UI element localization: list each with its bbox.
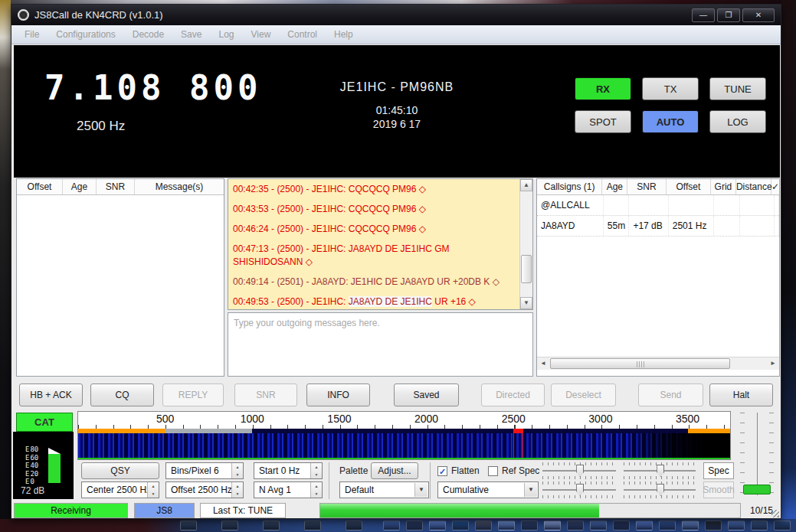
windows-taskbar[interactable]	[0, 519, 796, 532]
info-button[interactable]: INFO	[306, 383, 370, 406]
spectrum-mode-select[interactable]: Cumulative ▼	[437, 481, 539, 498]
taskbar-icon[interactable]	[728, 521, 745, 530]
rx-message-list[interactable]: 00:42:35 - (2500) - JE1IHC: CQCQCQ PM96 …	[228, 179, 519, 309]
checkbox-icon[interactable]	[488, 466, 498, 476]
scroll-down-icon[interactable]: ▼	[520, 297, 532, 309]
rx-message[interactable]: 00:46:24 - (2500) - JE1IHC: CQCQCQ PM96 …	[233, 223, 518, 236]
menu-save[interactable]: Save	[172, 29, 210, 40]
close-button[interactable]: ✕	[742, 8, 775, 22]
maximize-button[interactable]: ❐	[717, 8, 740, 22]
taskbar-icon[interactable]	[452, 521, 469, 530]
rx-scrollbar[interactable]: ▲ ▼	[519, 179, 532, 309]
rx-message[interactable]: 00:43:53 - (2500) - JE1IHC: CQCQCQ PM96 …	[233, 203, 518, 216]
bins-per-pixel-spinner[interactable]: Bins/Pixel 6 ▲▼	[165, 462, 244, 479]
scroll-left-icon[interactable]: ◄	[537, 357, 549, 370]
taskbar-icon[interactable]	[406, 521, 423, 530]
start-hz-spinner[interactable]: Start 0 Hz ▲▼	[254, 462, 323, 479]
taskbar-icon[interactable]	[304, 521, 321, 530]
slider-thumb[interactable]	[576, 465, 584, 477]
spinner-arrows-icon[interactable]: ▲▼	[310, 463, 322, 478]
taskbar-icon[interactable]	[567, 521, 584, 530]
rx-button[interactable]: RX	[575, 77, 631, 100]
taskbar-icon[interactable]	[613, 521, 630, 530]
menu-view[interactable]: View	[243, 29, 280, 40]
menu-decode[interactable]: Decode	[124, 29, 172, 40]
saved-button[interactable]: Saved	[394, 383, 459, 406]
taskbar-icon[interactable]	[521, 521, 538, 530]
taskbar-icon[interactable]	[383, 521, 400, 530]
minimize-button[interactable]: —	[692, 8, 715, 22]
taskbar-icon[interactable]	[636, 521, 653, 530]
menu-log[interactable]: Log	[210, 29, 242, 40]
spinner-arrows-icon[interactable]: ▲▼	[231, 482, 243, 498]
slider-thumb[interactable]	[657, 484, 664, 496]
ref-spec-checkbox[interactable]: Ref Spec	[488, 462, 539, 479]
auto-button[interactable]: AUTO	[642, 110, 699, 133]
menu-configurations[interactable]: Configurations	[47, 29, 123, 40]
call-activity-hscrollbar[interactable]: ◄ ►	[537, 357, 779, 370]
cat-status-button[interactable]: CAT	[16, 413, 73, 432]
scrollbar-thumb[interactable]	[521, 255, 532, 283]
spinner-arrows-icon[interactable]: ▲▼	[147, 482, 159, 498]
taskbar-icon[interactable]	[659, 521, 676, 530]
center-hz-spinner[interactable]: Center 2500 Hz ▲▼	[81, 481, 159, 498]
log-button[interactable]: LOG	[709, 110, 766, 133]
taskbar-icon[interactable]	[590, 521, 607, 530]
call-activity-row[interactable]: @ALLCALL	[537, 195, 779, 216]
menu-help[interactable]: Help	[326, 29, 362, 40]
slider-thumb[interactable]	[657, 465, 664, 477]
taskbar-icon[interactable]	[751, 521, 768, 530]
waterfall-speed-slider[interactable]	[735, 411, 780, 498]
n-avg-spinner[interactable]: N Avg 1 ▲▼	[254, 481, 323, 498]
cq-button[interactable]: CQ	[90, 383, 154, 406]
scroll-right-icon[interactable]: ►	[767, 357, 779, 370]
waterfall-zero-slider[interactable]	[624, 462, 696, 479]
chevron-down-icon[interactable]: ▼	[524, 483, 537, 497]
checkbox-icon[interactable]: ✓	[437, 466, 447, 476]
qsy-button[interactable]: QSY	[81, 462, 159, 479]
halt-button[interactable]: Halt	[709, 383, 773, 406]
scrollbar-thumb[interactable]	[550, 358, 730, 369]
audio-offset[interactable]: 2500 Hz	[77, 119, 125, 134]
chevron-down-icon[interactable]: ▼	[414, 483, 427, 497]
taskbar-icon[interactable]	[263, 521, 280, 530]
rx-message[interactable]: 00:49:53 - (2500) - JE1IHC: JA8AYD DE JE…	[233, 295, 518, 308]
spec-box[interactable]: Spec	[703, 462, 734, 479]
title-bar[interactable]: JS8Call de KN4CRD (v1.0.1) —❐✕	[11, 5, 781, 25]
outgoing-message-input[interactable]	[228, 313, 532, 376]
palette-select[interactable]: Default ▼	[339, 481, 429, 498]
taskbar-icon[interactable]	[498, 521, 515, 530]
taskbar-icon[interactable]	[475, 521, 492, 530]
dial-frequency[interactable]: 7.108 800	[44, 68, 261, 107]
rx-message[interactable]: 00:42:35 - (2500) - JE1IHC: CQCQCQ PM96 …	[233, 183, 518, 196]
taskbar-icon[interactable]	[346, 521, 362, 530]
flatten-checkbox[interactable]: ✓ Flatten	[437, 462, 480, 479]
spectrum-zero-slider[interactable]	[624, 481, 696, 498]
waterfall-widget[interactable]: 500100015002000250030003500 01:45:00 40m	[77, 411, 731, 460]
taskbar-icon[interactable]	[682, 521, 699, 530]
taskbar-icon[interactable]	[544, 521, 561, 530]
tx-button[interactable]: TX	[642, 77, 699, 100]
waterfall-spectrum[interactable]: 01:45:00 40m	[78, 433, 730, 458]
taskbar-icon[interactable]	[705, 521, 722, 530]
scroll-up-icon[interactable]: ▲	[520, 179, 532, 191]
spot-button[interactable]: SPOT	[575, 110, 631, 133]
resize-grip[interactable]	[771, 510, 779, 517]
menu-control[interactable]: Control	[279, 29, 326, 40]
taskbar-icon[interactable]	[221, 521, 238, 530]
taskbar-icon[interactable]	[774, 521, 791, 530]
taskbar-icon[interactable]	[180, 521, 197, 530]
hb-ack-button[interactable]: HB + ACK	[19, 383, 83, 406]
menu-file[interactable]: File	[16, 29, 47, 40]
spinner-arrows-icon[interactable]: ▲▼	[310, 482, 322, 498]
rx-message[interactable]: 00:49:14 - (2501) - JA8AYD: JE1HIC DE JA…	[233, 276, 518, 289]
offset-hz-spinner[interactable]: Offset 2500 Hz ▲▼	[165, 481, 244, 498]
taskbar-icon[interactable]	[429, 521, 446, 530]
call-activity-row[interactable]: JA8AYD55m+17 dB2501 Hz	[537, 216, 779, 237]
spectrum-gain-slider[interactable]	[542, 481, 616, 498]
slider-thumb[interactable]	[576, 484, 584, 496]
spinner-arrows-icon[interactable]: ▲▼	[231, 463, 243, 478]
tune-button[interactable]: TUNE	[709, 77, 766, 100]
slider-thumb[interactable]	[743, 485, 771, 494]
palette-adjust-button[interactable]: Adjust...	[371, 462, 418, 479]
